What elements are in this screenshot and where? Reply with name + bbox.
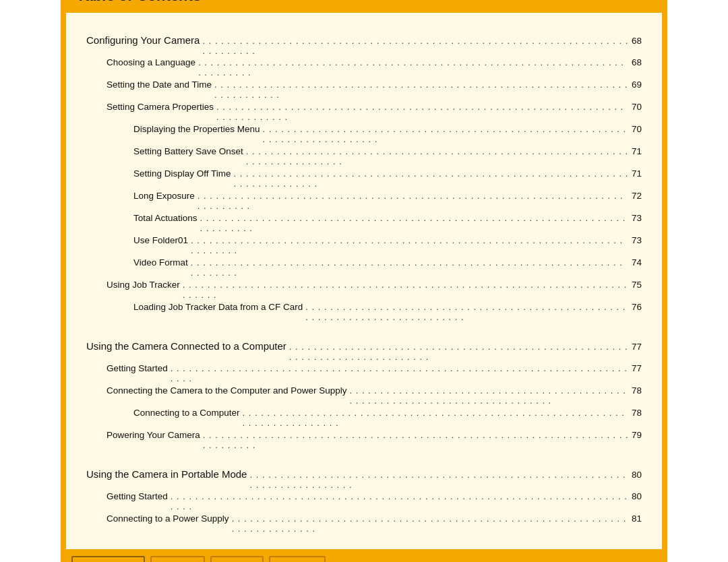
- title-bar: Table of Contents: [61, 0, 667, 13]
- toc-label: Getting Started: [107, 491, 168, 501]
- toc-page: 74: [632, 257, 642, 268]
- toc-dots: . . . . . . . . . . . . . . . . . . . . …: [214, 80, 629, 100]
- toc-dots: . . . . . . . . . . . . . . . . . . . . …: [183, 280, 629, 300]
- toc-dots: . . . . . . . . . . . . . . . . . . . . …: [243, 408, 629, 428]
- toc-page: 76: [632, 302, 642, 312]
- toc-page: 73: [632, 213, 642, 223]
- toc-dots: . . . . . . . . . . . . . . . . . . . . …: [191, 235, 629, 255]
- footer-bar: Contents Back Next Index Contents-6: [61, 549, 667, 562]
- toc-item[interactable]: Setting the Date and Time . . . . . . . …: [86, 80, 642, 100]
- toc-item[interactable]: Setting Display Off Time . . . . . . . .…: [86, 168, 642, 189]
- toc-label: Using the Camera Connected to a Computer: [86, 340, 286, 352]
- toc-label: Use Folder01: [133, 235, 188, 245]
- toc-dots: . . . . . . . . . . . . . . . . . . . . …: [191, 257, 629, 278]
- toc-item[interactable]: Connecting to a Computer . . . . . . . .…: [86, 408, 642, 428]
- toc-page: 79: [632, 430, 642, 440]
- toc-page: 70: [632, 124, 642, 134]
- toc-item[interactable]: Connecting to a Power Supply . . . . . .…: [86, 513, 642, 534]
- toc-dots: . . . . . . . . . . . . . . . . . . . . …: [349, 385, 629, 406]
- toc-page: 72: [632, 191, 642, 201]
- toc-item[interactable]: Total Actuations . . . . . . . . . . . .…: [86, 213, 642, 233]
- toc-dots: . . . . . . . . . . . . . . . . . . . . …: [171, 491, 629, 511]
- toc-dots: . . . . . . . . . . . . . . . . . . . . …: [198, 57, 629, 77]
- toc-page: 71: [632, 168, 642, 179]
- toc-page: 75: [632, 280, 642, 290]
- toc-dots: . . . . . . . . . . . . . . . . . . . . …: [234, 168, 629, 189]
- toc-page: 78: [632, 408, 642, 418]
- toc-page: 81: [632, 513, 642, 524]
- toc-page: 80: [632, 491, 642, 501]
- toc-label: Long Exposure: [133, 191, 195, 201]
- toc-item[interactable]: Video Format . . . . . . . . . . . . . .…: [86, 257, 642, 278]
- toc-label: Powering Your Camera: [107, 430, 200, 440]
- toc-dots: . . . . . . . . . . . . . . . . . . . . …: [232, 513, 629, 534]
- toc-label: Configuring Your Camera: [86, 34, 200, 46]
- next-button[interactable]: Next: [210, 556, 263, 562]
- toc-dots: . . . . . . . . . . . . . . . . . . . . …: [203, 430, 629, 450]
- toc-label: Setting Camera Properties: [107, 102, 214, 112]
- toc-label: Setting Battery Save Onset: [133, 146, 243, 156]
- toc-page: 73: [632, 235, 642, 245]
- toc-page: 68: [632, 36, 642, 46]
- toc-dots: . . . . . . . . . . . . . . . . . . . . …: [198, 191, 629, 211]
- content-area: Configuring Your Camera . . . . . . . . …: [66, 13, 662, 549]
- toc-label: Connecting the Camera to the Computer an…: [107, 385, 346, 396]
- toc-label: Using Job Tracker: [107, 280, 180, 290]
- toc-label: Total Actuations: [133, 213, 198, 223]
- toc-label: Video Format: [133, 257, 188, 268]
- toc-label: Loading Job Tracker Data from a CF Card: [133, 302, 303, 312]
- toc-item[interactable]: Long Exposure . . . . . . . . . . . . . …: [86, 191, 642, 211]
- toc-page: 77: [632, 363, 642, 373]
- toc-item[interactable]: Configuring Your Camera . . . . . . . . …: [86, 34, 642, 56]
- toc-dots: . . . . . . . . . . . . . . . . . . . . …: [263, 124, 629, 144]
- toc-dots: . . . . . . . . . . . . . . . . . . . . …: [246, 146, 629, 166]
- toc-dots: . . . . . . . . . . . . . . . . . . . . …: [216, 102, 629, 122]
- toc-page: 69: [632, 80, 642, 90]
- toc-item[interactable]: Setting Camera Properties . . . . . . . …: [86, 102, 642, 122]
- toc-dots: . . . . . . . . . . . . . . . . . . . . …: [202, 36, 629, 56]
- toc-item[interactable]: Using the Camera in Portable Mode . . . …: [86, 468, 642, 490]
- toc-item[interactable]: Using Job Tracker . . . . . . . . . . . …: [86, 280, 642, 300]
- toc-label: Choosing a Language: [107, 57, 195, 67]
- toc-page: 68: [632, 57, 642, 67]
- toc-dots: . . . . . . . . . . . . . . . . . . . . …: [305, 302, 629, 322]
- toc-label: Displaying the Properties Menu: [133, 124, 260, 134]
- toc-item[interactable]: Getting Started . . . . . . . . . . . . …: [86, 363, 642, 383]
- toc-item[interactable]: Use Folder01 . . . . . . . . . . . . . .…: [86, 235, 642, 255]
- toc-label: Setting Display Off Time: [133, 168, 231, 179]
- toc-dots: . . . . . . . . . . . . . . . . . . . . …: [249, 470, 629, 490]
- toc-item[interactable]: Choosing a Language . . . . . . . . . . …: [86, 57, 642, 77]
- toc-item[interactable]: Displaying the Properties Menu . . . . .…: [86, 124, 642, 144]
- toc-item[interactable]: Powering Your Camera . . . . . . . . . .…: [86, 430, 642, 450]
- toc-page: 70: [632, 102, 642, 112]
- toc-label: Setting the Date and Time: [107, 80, 212, 90]
- page-title: Table of Contents: [77, 0, 651, 5]
- toc-dots: . . . . . . . . . . . . . . . . . . . . …: [289, 342, 629, 362]
- toc-item[interactable]: Using the Camera Connected to a Computer…: [86, 340, 642, 362]
- toc-dots: . . . . . . . . . . . . . . . . . . . . …: [200, 213, 629, 233]
- back-button[interactable]: Back: [150, 556, 205, 562]
- toc-page: 78: [632, 385, 642, 396]
- toc-page: 80: [632, 470, 642, 480]
- toc-label: Getting Started: [107, 363, 168, 373]
- toc-label: Connecting to a Power Supply: [107, 513, 229, 524]
- toc-item[interactable]: Getting Started . . . . . . . . . . . . …: [86, 491, 642, 511]
- toc-page: 77: [632, 342, 642, 352]
- toc-label: Using the Camera in Portable Mode: [86, 468, 247, 480]
- toc-page: 71: [632, 146, 642, 156]
- toc-label: Connecting to a Computer: [133, 408, 240, 418]
- page-container: Table of Contents Configuring Your Camer…: [61, 0, 667, 562]
- toc-item[interactable]: Loading Job Tracker Data from a CF Card …: [86, 302, 642, 322]
- toc-item[interactable]: Setting Battery Save Onset . . . . . . .…: [86, 146, 642, 166]
- contents-button[interactable]: Contents: [71, 556, 145, 562]
- toc-item[interactable]: Connecting the Camera to the Computer an…: [86, 385, 642, 406]
- toc-dots: . . . . . . . . . . . . . . . . . . . . …: [171, 363, 629, 383]
- index-button[interactable]: Index: [269, 556, 326, 562]
